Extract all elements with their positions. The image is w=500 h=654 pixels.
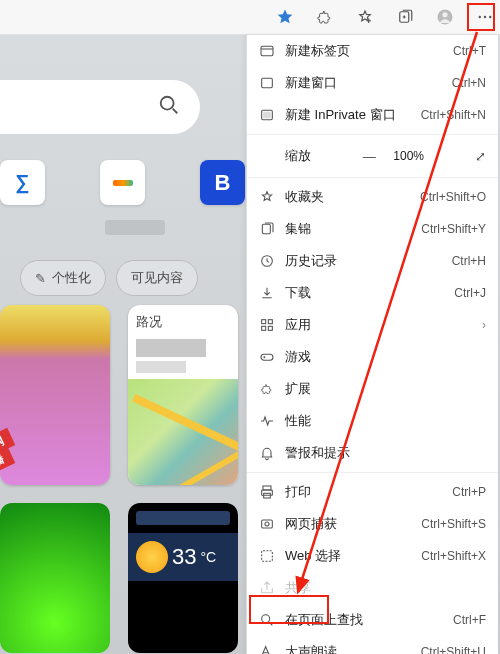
svg-point-4 xyxy=(484,16,486,18)
menu-shortcut: Ctrl+H xyxy=(452,254,486,268)
visible-content-chip[interactable]: 可见内容 xyxy=(116,260,198,296)
news-card[interactable] xyxy=(0,305,110,485)
menu-downloads[interactable]: 下载 Ctrl+J xyxy=(247,277,498,309)
menu-label: 在页面上查找 xyxy=(285,611,443,629)
menu-collections[interactable]: 集锦 Ctrl+Shift+Y xyxy=(247,213,498,245)
svg-rect-21 xyxy=(262,520,273,528)
read-aloud-icon xyxy=(259,644,275,654)
menu-label: 扩展 xyxy=(285,380,486,398)
svg-rect-8 xyxy=(262,78,273,87)
tile[interactable] xyxy=(100,160,145,205)
menu-new-window[interactable]: 新建窗口 Ctrl+N xyxy=(247,67,498,99)
star-icon xyxy=(259,189,275,205)
extensions-toolbar-icon[interactable] xyxy=(316,8,334,26)
menu-web-select[interactable]: Web 选择 Ctrl+Shift+X xyxy=(247,540,498,572)
personalize-chip[interactable]: ✎ 个性化 xyxy=(20,260,106,296)
svg-point-22 xyxy=(265,522,269,526)
favorites-toolbar-icon[interactable] xyxy=(356,8,374,26)
traffic-card[interactable]: 路况 xyxy=(128,305,238,485)
news-card[interactable] xyxy=(0,503,110,653)
menu-web-capture[interactable]: 网页捕获 Ctrl+Shift+S xyxy=(247,508,498,540)
placeholder-bar xyxy=(136,361,186,373)
temperature: 33 xyxy=(172,544,196,570)
tile[interactable]: ∑ xyxy=(0,160,45,205)
menu-label: 警报和提示 xyxy=(285,444,486,462)
menu-new-inprivate[interactable]: 新建 InPrivate 窗口 Ctrl+Shift+N xyxy=(247,99,498,131)
search-icon xyxy=(158,94,180,120)
inprivate-icon xyxy=(259,107,275,123)
svg-point-3 xyxy=(479,16,481,18)
placeholder-bar xyxy=(105,220,165,235)
chevron-right-icon: › xyxy=(482,318,486,332)
share-icon xyxy=(259,580,275,596)
collections-icon xyxy=(259,221,275,237)
menu-favorites[interactable]: 收藏夹 Ctrl+Shift+O xyxy=(247,181,498,213)
degree: °C xyxy=(200,549,216,565)
profile-icon[interactable] xyxy=(436,8,454,26)
menu-label: Web 选择 xyxy=(285,547,411,565)
menu-label: 下载 xyxy=(285,284,444,302)
quick-links: ∑ B xyxy=(0,160,245,205)
menu-alerts[interactable]: 警报和提示 xyxy=(247,437,498,469)
zoom-out-button[interactable]: — xyxy=(361,149,377,164)
menu-label: 应用 xyxy=(285,316,472,334)
svg-rect-15 xyxy=(262,326,266,330)
menu-shortcut: Ctrl+Shift+O xyxy=(420,190,486,204)
svg-rect-14 xyxy=(268,320,272,324)
new-tab-icon xyxy=(259,43,275,59)
menu-separator xyxy=(247,177,498,178)
fullscreen-icon[interactable]: ⤢ xyxy=(472,149,488,164)
menu-shortcut: Ctrl+Shift+X xyxy=(421,549,486,563)
settings-and-more-menu: 新建标签页 Ctrl+T 新建窗口 Ctrl+N 新建 InPrivate 窗口… xyxy=(246,35,498,654)
select-icon xyxy=(259,548,275,564)
svg-rect-11 xyxy=(262,224,270,233)
menu-shortcut: Ctrl+Shift+Y xyxy=(421,222,486,236)
menu-shortcut: Ctrl+N xyxy=(452,76,486,90)
menu-performance[interactable]: 性能 xyxy=(247,405,498,437)
svg-point-2 xyxy=(442,12,447,17)
map-thumbnail xyxy=(128,379,238,485)
svg-rect-10 xyxy=(264,112,271,117)
browser-toolbar xyxy=(0,0,500,35)
zoom-percent: 100% xyxy=(393,149,424,163)
pencil-icon: ✎ xyxy=(35,271,46,286)
menu-games[interactable]: 游戏 xyxy=(247,341,498,373)
sun-icon xyxy=(136,541,168,573)
menu-shortcut: Ctrl+J xyxy=(454,286,486,300)
menu-find[interactable]: 在页面上查找 Ctrl+F xyxy=(247,604,498,636)
menu-read-aloud[interactable]: 大声朗读 Ctrl+Shift+U xyxy=(247,636,498,654)
menu-label: 大声朗读 xyxy=(285,643,411,654)
chip-label: 可见内容 xyxy=(131,269,183,287)
download-icon xyxy=(259,285,275,301)
svg-rect-18 xyxy=(263,486,271,490)
menu-label: 游戏 xyxy=(285,348,486,366)
menu-label: 打印 xyxy=(285,483,442,501)
weather-row: 33 °C xyxy=(128,533,238,581)
pulse-icon xyxy=(259,413,275,429)
menu-label: 新建窗口 xyxy=(285,74,442,92)
menu-share: 共享 xyxy=(247,572,498,604)
star-icon[interactable] xyxy=(276,8,294,26)
window-icon xyxy=(259,75,275,91)
menu-print[interactable]: 打印 Ctrl+P xyxy=(247,476,498,508)
menu-new-tab[interactable]: 新建标签页 Ctrl+T xyxy=(247,35,498,67)
weather-card[interactable]: 33 °C xyxy=(128,503,238,653)
print-icon xyxy=(259,484,275,500)
more-icon[interactable] xyxy=(476,8,494,26)
menu-shortcut: Ctrl+Shift+U xyxy=(421,645,486,654)
menu-extensions[interactable]: 扩展 xyxy=(247,373,498,405)
menu-label: 历史记录 xyxy=(285,252,442,270)
zoom-label: 缩放 xyxy=(285,147,345,165)
svg-rect-17 xyxy=(261,354,273,360)
menu-shortcut: Ctrl+Shift+N xyxy=(421,108,486,122)
menu-label: 网页捕获 xyxy=(285,515,411,533)
menu-shortcut: Ctrl+F xyxy=(453,613,486,627)
card-title: 路况 xyxy=(128,305,238,335)
search-box[interactable] xyxy=(0,80,200,134)
collections-toolbar-icon[interactable] xyxy=(396,8,414,26)
menu-apps[interactable]: 应用 › xyxy=(247,309,498,341)
tile[interactable]: B xyxy=(200,160,245,205)
menu-history[interactable]: 历史记录 Ctrl+H xyxy=(247,245,498,277)
chip-label: 个性化 xyxy=(52,269,91,287)
capture-icon xyxy=(259,516,275,532)
